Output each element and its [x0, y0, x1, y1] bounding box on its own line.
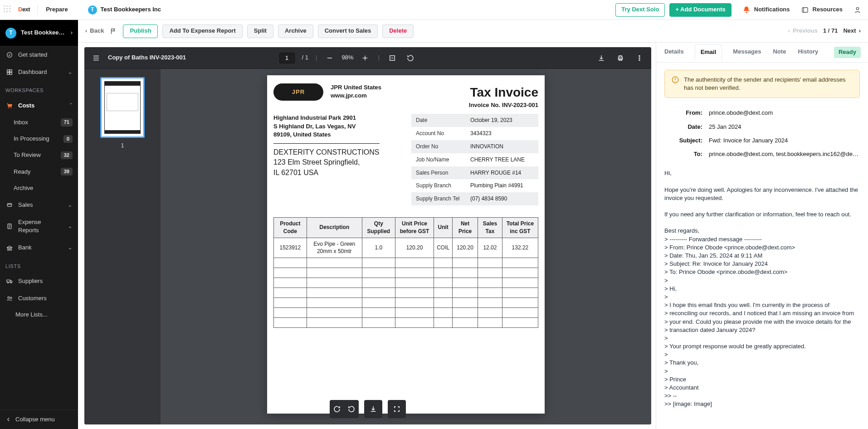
svg-point-7	[8, 107, 9, 108]
add-documents-button[interactable]: + Add Documents	[669, 3, 731, 17]
collapse-menu-button[interactable]: Collapse menu	[0, 410, 78, 429]
rotate-ccw-icon[interactable]	[346, 404, 357, 414]
meta-row: Supply Branch Tel(07) 4834 8590	[411, 192, 538, 205]
sidebar-item-expense-reports[interactable]: Expense Reports ⌄	[0, 214, 78, 239]
viewer-body: 1 JPR JPR United States www.jpr.c	[84, 69, 651, 424]
sidebar-sub-ready[interactable]: Ready 39	[0, 164, 78, 180]
tab-note[interactable]: Note	[772, 42, 787, 62]
svg-point-1	[856, 7, 858, 10]
org-switcher[interactable]: T Test Bookkeepers Inc	[88, 5, 161, 15]
meta-row: Supply BranchPlumbing Plain #4991	[411, 179, 538, 192]
page-scroll-area[interactable]: JPR JPR United States www.jpr.com Tax In…	[161, 69, 651, 424]
more-vert-icon[interactable]	[634, 53, 645, 63]
fit-page-icon[interactable]	[387, 53, 398, 63]
page-thumbnail[interactable]	[100, 77, 145, 138]
tab-details[interactable]: Details	[663, 42, 685, 62]
sidebar-item-costs[interactable]: Costs ˄	[0, 97, 78, 114]
table-row	[274, 308, 538, 318]
rotate-cw-icon[interactable]	[332, 404, 342, 414]
chevron-right-icon: ›	[71, 29, 73, 37]
notifications-link[interactable]: Notifications	[742, 5, 790, 14]
zoom-out-button[interactable]	[324, 53, 335, 63]
split-button[interactable]: Split	[247, 24, 273, 38]
sidebar-toggle-icon[interactable]	[91, 53, 102, 63]
table-row	[274, 288, 538, 298]
sidebar-item-label: Sales	[18, 201, 63, 209]
sidebar-item-sales[interactable]: Sales ⌄	[0, 196, 78, 214]
svg-point-8	[10, 107, 11, 108]
zoom-in-button[interactable]	[360, 53, 371, 63]
meta-key: Supply Branch Tel	[411, 192, 466, 205]
sidebar-sub-inbox[interactable]: Inbox 71	[0, 114, 78, 131]
tab-messages[interactable]: Messages	[732, 42, 762, 62]
panel-body[interactable]: The authenticity of the sender and recip…	[656, 63, 868, 429]
right-panel: Details Email Messages Note History Read…	[656, 43, 868, 429]
column-header: Total Price inc GST	[502, 217, 538, 238]
meta-row: Order NoINNOVATION	[411, 140, 538, 153]
sidebar-item-label: Get started	[18, 51, 73, 59]
meta-row: Account No3434323	[411, 127, 538, 140]
supplier-web: www.jpr.com	[331, 92, 381, 100]
bank-icon	[5, 244, 14, 252]
resources-label: Resources	[813, 5, 843, 14]
delete-button[interactable]: Delete	[382, 24, 414, 38]
publish-button[interactable]: Publish	[123, 24, 158, 38]
sales-icon	[5, 201, 14, 209]
convert-to-sales-button[interactable]: Convert to Sales	[318, 24, 378, 38]
sidebar-item-customers[interactable]: Customers	[0, 290, 78, 307]
costs-subitems: Inbox 71 In Processing 0 To Review 32 Re…	[0, 114, 78, 196]
viewer-toolbar: Copy of Baths INV-2023-001 / 1 | 98%	[84, 47, 651, 69]
cart-icon	[5, 102, 14, 110]
document-title: Copy of Baths INV-2023-001	[108, 54, 186, 62]
download-icon[interactable]	[596, 53, 607, 63]
sidebar-item-label: Customers	[18, 294, 73, 302]
sidebar-sub-archive[interactable]: Archive	[0, 180, 78, 196]
sidebar-item-bank[interactable]: Bank ⌄	[0, 239, 78, 256]
next-button[interactable]: Next›	[843, 27, 861, 35]
verification-notice: The authenticity of the sender and recip…	[664, 70, 860, 98]
sidebar-org[interactable]: T Test Bookkeepers Inc ›	[0, 20, 78, 46]
back-button[interactable]: ‹ Back	[85, 27, 104, 35]
chevron-right-icon: ›	[859, 27, 861, 35]
sidebar-item-dashboard[interactable]: Dashboard ⌄	[0, 63, 78, 81]
flag-icon[interactable]	[109, 27, 117, 35]
column-header: Unit	[434, 217, 453, 238]
table-row	[274, 268, 538, 278]
sidebar-sub-label: Inbox	[14, 118, 28, 127]
meta-value: prince.obode@dext.com, test.bookkeepers.…	[709, 150, 860, 158]
chevron-down-icon: ⌄	[68, 222, 73, 230]
archive-button[interactable]: Archive	[278, 24, 313, 38]
zoom-level: 98%	[341, 54, 353, 62]
topbar: Dext Prepare T Test Bookkeepers Inc Try …	[0, 0, 868, 20]
sidebar-item-more-lists[interactable]: More Lists...	[0, 307, 78, 322]
profile-icon[interactable]	[853, 6, 862, 14]
page-count: / 1	[302, 54, 308, 62]
download-button[interactable]	[364, 400, 382, 418]
main: ‹ Back Publish Add To Expense Report Spl…	[78, 20, 868, 429]
meta-key: Job No/Name	[411, 153, 466, 166]
cell-code: 1523912	[274, 238, 307, 258]
meta-row: Sales PersonHARRY ROUGE #14	[411, 166, 538, 180]
try-dext-solo-button[interactable]: Try Dext Solo	[615, 3, 665, 17]
previous-button[interactable]: ‹Previous	[788, 27, 818, 35]
resources-icon	[801, 6, 809, 14]
sidebar-item-suppliers[interactable]: Suppliers	[0, 273, 78, 290]
expand-button[interactable]	[388, 400, 406, 418]
page-number-input[interactable]	[279, 53, 295, 63]
sidebar-item-label: Expense Reports	[18, 218, 63, 234]
chevron-down-icon: ⌄	[68, 68, 73, 76]
meta-key: Sales Person	[411, 166, 466, 180]
print-icon[interactable]	[615, 53, 626, 63]
sidebar-item-get-started[interactable]: Get started	[0, 46, 78, 63]
apps-grid-icon[interactable]	[4, 5, 13, 15]
rotate-icon[interactable]	[405, 53, 416, 63]
add-to-expense-button[interactable]: Add To Expense Report	[162, 24, 242, 38]
sidebar-sub-to-review[interactable]: To Review 32	[0, 147, 78, 163]
email-meta: From:prince.obode@dext.com Date:25 Jan 2…	[664, 106, 860, 161]
sidebar-section-workspaces: WORKSPACES	[0, 81, 78, 97]
resources-link[interactable]: Resources	[801, 5, 843, 14]
tab-history[interactable]: History	[797, 42, 819, 62]
sidebar-sub-in-processing[interactable]: In Processing 0	[0, 131, 78, 147]
tab-email[interactable]: Email	[695, 44, 722, 60]
count-badge: 32	[61, 151, 73, 159]
